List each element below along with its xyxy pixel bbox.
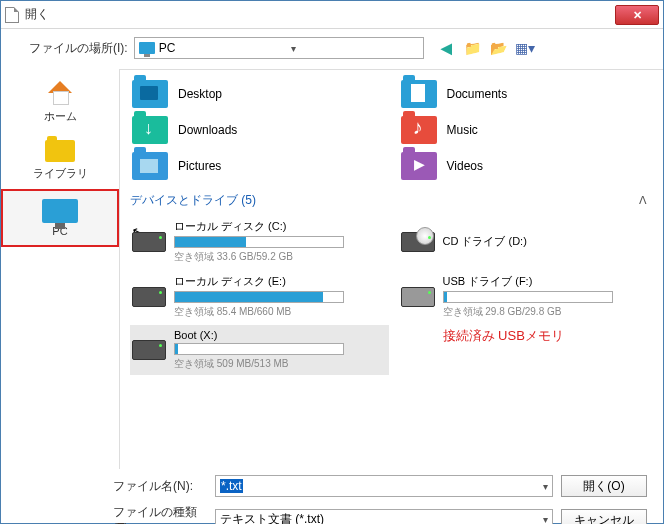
drive-bar <box>174 291 344 303</box>
folder-pictures[interactable]: Pictures <box>130 150 389 182</box>
folder-label: Music <box>447 123 478 137</box>
folder-icon <box>45 140 75 162</box>
drive-name: USB ドライブ (F:) <box>443 274 656 289</box>
sidebar-item-libraries[interactable]: ライブラリ <box>1 132 119 189</box>
toolbar-icons: ◀ 📁 📂 ▦▾ <box>438 39 534 57</box>
documents-folder-icon <box>401 80 437 108</box>
filetype-select[interactable]: テキスト文書 (*.txt) ▾ <box>215 509 553 525</box>
usb-drive-icon <box>401 287 435 307</box>
filename-label: ファイル名(N): <box>113 478 207 495</box>
chevron-down-icon: ▾ <box>291 43 419 54</box>
cancel-button[interactable]: キャンセル <box>561 509 647 525</box>
drive-icon <box>132 287 166 307</box>
downloads-folder-icon <box>132 116 168 144</box>
filetype-value: テキスト文書 (*.txt) <box>220 511 324 524</box>
folder-videos[interactable]: Videos <box>399 150 658 182</box>
location-label: ファイルの場所(I): <box>29 40 128 57</box>
folder-label: Downloads <box>178 123 237 137</box>
chevron-down-icon: ▾ <box>543 514 548 524</box>
sidebar: ホーム ライブラリ PC ↖ <box>1 69 119 469</box>
toolbar: ファイルの場所(I): PC ▾ ◀ 📁 📂 ▦▾ <box>1 29 663 69</box>
chevron-down-icon: ▾ <box>543 481 548 492</box>
folder-music[interactable]: Music <box>399 114 658 146</box>
sidebar-item-pc[interactable]: PC ↖ <box>1 189 119 247</box>
view-menu-icon[interactable]: ▦▾ <box>516 39 534 57</box>
drive-usb-f[interactable]: USB ドライブ (F:) 空き領域 29.8 GB/29.8 GB <box>399 270 658 323</box>
drive-icon <box>132 232 166 252</box>
home-icon <box>46 81 74 105</box>
folder-label: Desktop <box>178 87 222 101</box>
drive-icon <box>132 340 166 360</box>
drive-space: 空き領域 29.8 GB/29.8 GB <box>443 305 656 319</box>
new-folder-icon[interactable]: 📂 <box>490 39 508 57</box>
folder-documents[interactable]: Documents <box>399 78 658 110</box>
titlebar: 開く ✕ <box>1 1 663 29</box>
filename-value: *.txt <box>220 479 243 493</box>
filename-input[interactable]: *.txt ▾ <box>215 475 553 497</box>
drive-name: CD ドライブ (D:) <box>443 234 656 249</box>
bottom-form: ファイル名(N): *.txt ▾ 開く(O) ファイルの種類(T): テキスト… <box>1 469 663 524</box>
videos-folder-icon <box>401 152 437 180</box>
drive-bar <box>174 343 344 355</box>
cd-drive-icon <box>401 232 435 252</box>
drive-boot-x[interactable]: Boot (X:) 空き領域 509 MB/513 MB <box>130 325 389 375</box>
filetype-label: ファイルの種類(T): <box>113 504 207 524</box>
back-icon[interactable]: ◀ <box>438 39 456 57</box>
section-devices-header[interactable]: デバイスとドライブ (5) ᐱ <box>130 192 657 209</box>
up-folder-icon[interactable]: 📁 <box>464 39 482 57</box>
drive-local-c[interactable]: ローカル ディスク (C:) 空き領域 33.6 GB/59.2 GB <box>130 215 389 268</box>
pc-icon <box>42 199 78 223</box>
folder-downloads[interactable]: Downloads <box>130 114 389 146</box>
drive-space: 空き領域 509 MB/513 MB <box>174 357 387 371</box>
chevron-up-icon: ᐱ <box>639 194 647 207</box>
document-icon <box>5 7 19 23</box>
open-dialog: 開く ✕ ファイルの場所(I): PC ▾ ◀ 📁 📂 ▦▾ ホーム ライブラリ <box>0 0 664 524</box>
folder-label: Videos <box>447 159 483 173</box>
drive-cd-d[interactable]: CD ドライブ (D:) <box>399 215 658 268</box>
drive-name: ローカル ディスク (E:) <box>174 274 387 289</box>
open-button[interactable]: 開く(O) <box>561 475 647 497</box>
drive-space: 空き領域 85.4 MB/660 MB <box>174 305 387 319</box>
drive-space: 空き領域 33.6 GB/59.2 GB <box>174 250 387 264</box>
folder-desktop[interactable]: Desktop <box>130 78 389 110</box>
annotation-label: 接続済み USBメモリ <box>399 325 658 375</box>
section-title: デバイスとドライブ (5) <box>130 192 256 209</box>
location-value: PC <box>159 41 287 55</box>
folder-label: Documents <box>447 87 508 101</box>
drive-name: ローカル ディスク (C:) <box>174 219 387 234</box>
pc-icon <box>139 42 155 54</box>
pictures-folder-icon <box>132 152 168 180</box>
location-select[interactable]: PC ▾ <box>134 37 424 59</box>
drive-local-e[interactable]: ローカル ディスク (E:) 空き領域 85.4 MB/660 MB <box>130 270 389 323</box>
drive-name: Boot (X:) <box>174 329 387 341</box>
sidebar-label: ホーム <box>5 109 115 124</box>
main-pane: Desktop Documents Downloads Music Pictur… <box>119 69 663 469</box>
music-folder-icon <box>401 116 437 144</box>
drive-bar <box>174 236 344 248</box>
desktop-folder-icon <box>132 80 168 108</box>
folder-label: Pictures <box>178 159 221 173</box>
sidebar-label: ライブラリ <box>5 166 115 181</box>
close-button[interactable]: ✕ <box>615 5 659 25</box>
window-title: 開く <box>25 6 615 23</box>
sidebar-item-home[interactable]: ホーム <box>1 75 119 132</box>
drive-bar <box>443 291 613 303</box>
